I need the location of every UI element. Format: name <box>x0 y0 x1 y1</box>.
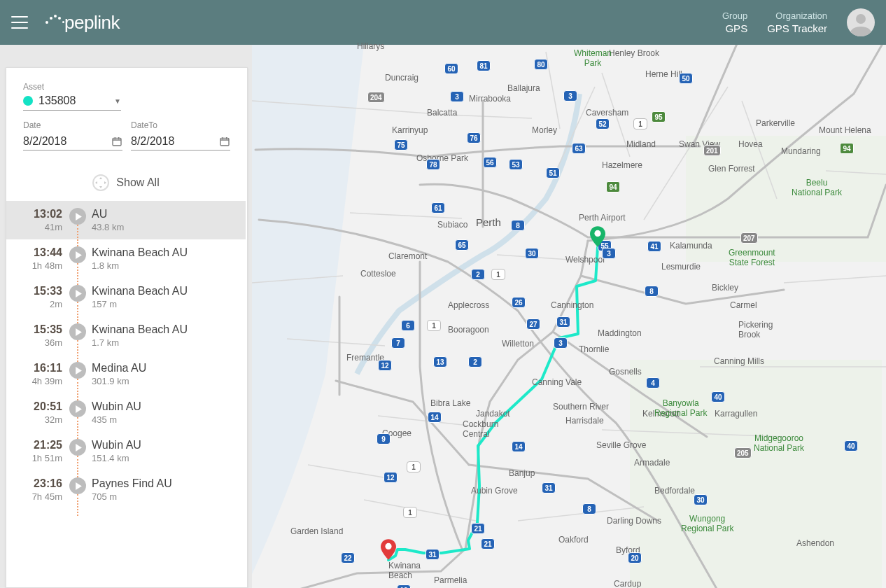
timeline-item[interactable]: 20:51 32m Wubin AU 435 m <box>6 393 246 432</box>
play-icon[interactable] <box>69 400 86 417</box>
org-label: Organization <box>767 10 827 21</box>
route-shield: 21 <box>471 523 485 534</box>
play-icon[interactable] <box>69 285 86 302</box>
play-icon[interactable] <box>69 362 86 379</box>
chevron-down-icon: ▼ <box>114 97 121 105</box>
play-icon[interactable] <box>69 246 86 263</box>
route-shield: 80 <box>534 59 548 70</box>
route-shield: 50 <box>679 73 693 84</box>
timeline-distance: 1.7 km <box>92 337 237 348</box>
user-avatar[interactable] <box>847 8 875 36</box>
route-shield: 30 <box>694 494 708 505</box>
history-sidebar: Asset 135808 ▼ Date 8/2/2018 DateTo 8 <box>6 67 248 588</box>
asset-select[interactable]: 135808 ▼ <box>23 94 121 111</box>
route-shield: 27 <box>526 318 540 330</box>
timeline-distance: 157 m <box>92 299 237 309</box>
route-shield: 21 <box>481 538 495 550</box>
route-end-marker[interactable] <box>381 539 396 560</box>
route-shield: 8 <box>645 286 659 297</box>
timeline-location: Wubin AU <box>92 439 237 451</box>
expand-icon <box>92 174 109 191</box>
timeline-time: 20:51 <box>15 400 62 413</box>
timeline-item[interactable]: 23:16 7h 45m Paynes Find AU 705 m <box>6 470 246 509</box>
brand-name: peplink <box>64 12 120 34</box>
route-shield: 204 <box>367 92 385 103</box>
date-from-value: 8/2/2018 <box>23 135 111 148</box>
timeline-item[interactable]: 21:25 1h 51m Wubin AU 151.4 km <box>6 432 246 470</box>
timeline-item[interactable]: 13:02 41m AU 43.8 km <box>6 201 246 239</box>
calendar-icon <box>111 136 122 147</box>
timeline-time: 23:16 <box>15 477 62 490</box>
route-shield: 14 <box>512 441 526 452</box>
route-shield: 30 <box>525 248 539 259</box>
timeline-item[interactable]: 15:35 36m Kwinana Beach AU 1.7 km <box>6 316 246 355</box>
route-shield: 20 <box>628 552 642 564</box>
asset-value: 135808 <box>38 94 114 107</box>
svg-point-8 <box>385 543 391 550</box>
timeline-time: 15:35 <box>15 323 62 336</box>
route-shield: 31 <box>556 316 570 328</box>
timeline-location: Kwinana Beach AU <box>92 323 237 336</box>
route-shield: 3 <box>450 91 464 102</box>
menu-button[interactable] <box>11 14 28 31</box>
route-shield: 3 <box>554 337 568 349</box>
timeline-duration: 32m <box>15 414 62 425</box>
timeline-location: Kwinana Beach AU <box>92 246 237 259</box>
route-shield: 12 <box>384 472 398 483</box>
play-icon[interactable] <box>69 208 86 225</box>
group-label: Group <box>722 10 747 21</box>
route-shield: 78 <box>426 159 440 170</box>
timeline-distance: 435 m <box>92 414 237 425</box>
route-shield: 65 <box>455 239 469 251</box>
route-shield: 22 <box>341 552 355 564</box>
route-shield: 1 <box>403 507 417 518</box>
header-group-selector[interactable]: Group GPS <box>722 10 747 34</box>
route-shield: 7 <box>391 337 405 349</box>
timeline-duration: 36m <box>15 337 62 348</box>
route-shield: 40 <box>711 391 725 402</box>
map-canvas[interactable]: PerthHillarysDuncraigKarrinyupBalcattaMi… <box>252 45 886 588</box>
timeline-location: Paynes Find AU <box>92 477 237 490</box>
timeline-item[interactable]: 15:33 2m Kwinana Beach AU 157 m <box>6 278 246 316</box>
route-shield: 6 <box>401 320 415 331</box>
route-shield: 1 <box>407 461 421 472</box>
timeline-location: AU <box>92 208 237 220</box>
timeline-distance: 705 m <box>92 491 237 502</box>
route-shield: 53 <box>509 159 523 170</box>
timeline-duration: 4h 39m <box>15 376 62 386</box>
timeline-scroll[interactable]: Show All 13:02 41m AU 43.8 km 13:44 1h 4… <box>6 164 247 587</box>
group-value: GPS <box>722 22 747 34</box>
route-shield: 56 <box>483 157 497 168</box>
route-shield: 95 <box>652 111 666 122</box>
route-shield: 14 <box>428 412 442 423</box>
brand-logo: peplink <box>45 12 120 34</box>
route-shield: 81 <box>477 60 491 71</box>
svg-rect-2 <box>220 138 229 146</box>
route-shield: 26 <box>512 297 526 308</box>
route-shield: 1 <box>633 118 647 130</box>
route-shield: 13 <box>433 356 447 368</box>
play-icon[interactable] <box>69 477 86 494</box>
timeline-time: 13:02 <box>15 208 62 220</box>
date-to-input[interactable]: 8/2/2018 <box>131 133 230 150</box>
show-all-label: Show All <box>116 176 159 189</box>
calendar-icon <box>219 136 230 147</box>
route-shield: 9 <box>377 433 391 444</box>
route-shield: 3 <box>602 248 616 259</box>
play-icon[interactable] <box>69 439 86 456</box>
timeline-item[interactable]: 16:11 4h 39m Medina AU 301.9 km <box>6 355 246 393</box>
timeline-distance: 1.8 km <box>92 260 237 271</box>
timeline-duration: 1h 51m <box>15 453 62 463</box>
show-all-button[interactable]: Show All <box>6 164 246 201</box>
timeline-time: 21:25 <box>15 439 62 451</box>
date-from-input[interactable]: 8/2/2018 <box>23 133 122 150</box>
route-shield: 94 <box>606 181 620 192</box>
route-start-marker[interactable] <box>590 226 605 247</box>
header-org-selector[interactable]: Organization GPS Tracker <box>767 10 827 34</box>
timeline-time: 13:44 <box>15 246 62 259</box>
route-shield: 94 <box>840 143 854 154</box>
timeline-time: 15:33 <box>15 285 62 298</box>
timeline-location: Medina AU <box>92 362 237 374</box>
timeline-item[interactable]: 13:44 1h 48m Kwinana Beach AU 1.8 km <box>6 239 246 278</box>
play-icon[interactable] <box>69 323 86 340</box>
